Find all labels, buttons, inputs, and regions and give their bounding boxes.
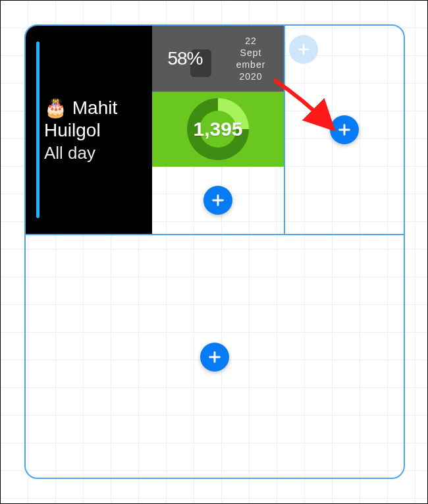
- date-text: 22 Sept ember 2020: [236, 35, 266, 83]
- calendar-line-1: 🎂 Mahit: [44, 97, 117, 119]
- battery-widget[interactable]: 58%: [152, 26, 218, 92]
- date-widget[interactable]: 22 Sept ember 2020: [218, 26, 284, 92]
- top-row: 🎂 Mahit Huilgol All day 58% 22 Sept embe…: [26, 26, 404, 234]
- activity-widget[interactable]: 1,395: [152, 92, 284, 167]
- calendar-name-last: Huilgol: [44, 119, 117, 142]
- calendar-widget[interactable]: 🎂 Mahit Huilgol All day: [26, 26, 152, 234]
- add-widget-ghost-icon: [289, 35, 318, 64]
- plus-icon: [211, 193, 225, 208]
- plus-icon: [297, 43, 310, 56]
- mid-top-row: 58% 22 Sept ember 2020: [152, 26, 284, 92]
- widget-slot-right[interactable]: [285, 26, 404, 234]
- calendar-name-first: Mahit: [72, 98, 117, 118]
- calendar-event-content: 🎂 Mahit Huilgol All day: [44, 97, 117, 165]
- widget-slot-bottom[interactable]: [26, 234, 404, 479]
- plus-icon: [207, 350, 222, 364]
- widget-stack-container: 🎂 Mahit Huilgol All day 58% 22 Sept embe…: [24, 24, 405, 479]
- birthday-icon: 🎂: [44, 98, 67, 118]
- add-widget-button[interactable]: [330, 115, 359, 144]
- middle-column: 58% 22 Sept ember 2020 1,395: [152, 26, 285, 234]
- battery-percent: 58%: [167, 48, 202, 69]
- plus-icon: [337, 123, 352, 137]
- activity-value: 1,395: [193, 118, 242, 140]
- widget-slot-mid-bottom[interactable]: [152, 167, 284, 234]
- calendar-event-bar: [36, 42, 40, 218]
- add-widget-button[interactable]: [203, 186, 232, 215]
- add-widget-button[interactable]: [200, 343, 229, 372]
- calendar-duration: All day: [44, 142, 117, 165]
